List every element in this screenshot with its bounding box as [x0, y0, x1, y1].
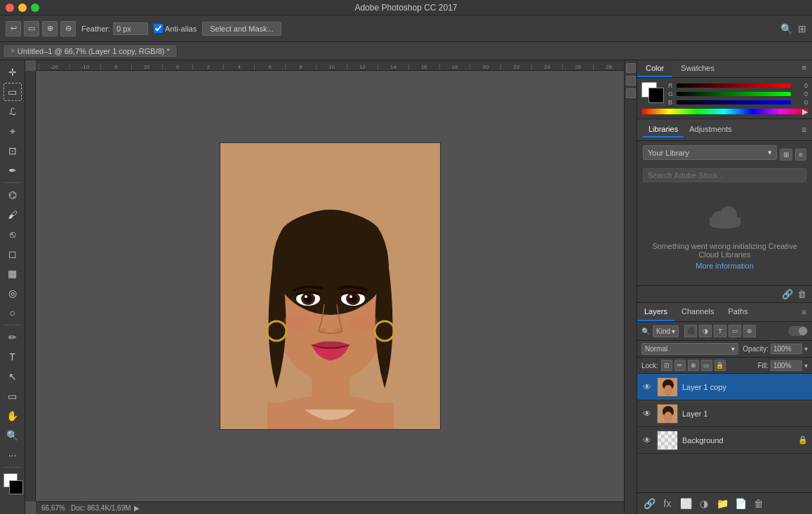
opacity-input[interactable]: [771, 344, 802, 354]
anti-alias-checkbox[interactable]: Anti-alias: [154, 24, 197, 33]
layer-item-background[interactable]: 👁: [637, 427, 812, 454]
canvas-viewport[interactable]: [36, 71, 624, 501]
kind-dropdown[interactable]: Kind ▾: [653, 325, 679, 337]
healing-tool[interactable]: ⌬: [4, 186, 22, 204]
toolbar-icon-4[interactable]: ⊖: [60, 21, 76, 36]
hand-tool[interactable]: ✋: [4, 407, 22, 425]
toolbar-icon-1[interactable]: ↩: [6, 21, 21, 36]
filter-toggle[interactable]: [788, 326, 808, 336]
delete-layer-btn[interactable]: 🗑: [751, 496, 766, 511]
eyedropper-tool[interactable]: ✒: [4, 161, 22, 180]
lock-transparent[interactable]: ⊡: [661, 360, 672, 371]
maximize-button[interactable]: [31, 4, 39, 12]
tab-channels[interactable]: Channels: [674, 303, 721, 321]
toolbar-icon-3[interactable]: ⊕: [42, 21, 58, 36]
layer-item-layer1copy[interactable]: 👁 Layer 1 copy: [637, 374, 812, 400]
libraries-more-info-link[interactable]: More information: [648, 262, 801, 270]
list-view-btn[interactable]: ≡: [795, 149, 806, 161]
add-adjustment-btn[interactable]: ◑: [696, 496, 712, 511]
tab-adjustments[interactable]: Adjustments: [684, 122, 738, 137]
lasso-tool[interactable]: ℒ: [4, 102, 22, 121]
minimize-button[interactable]: [18, 4, 27, 12]
bg-color-swatch[interactable]: [648, 88, 664, 103]
filter-smart[interactable]: ⊕: [743, 325, 756, 337]
panel-toggle-1[interactable]: [626, 63, 636, 73]
dodge-tool[interactable]: ○: [4, 304, 22, 322]
clone-tool[interactable]: ⎋: [4, 225, 22, 243]
tab-swatches[interactable]: Swatches: [672, 60, 723, 77]
tab-libraries[interactable]: Libraries: [643, 122, 684, 137]
layer-visibility-layer1copy[interactable]: 👁: [641, 381, 653, 393]
panel-toggle-3[interactable]: [626, 88, 636, 98]
type-tool[interactable]: T: [4, 348, 22, 366]
lock-position[interactable]: ⊕: [688, 360, 699, 371]
quick-select-tool[interactable]: ⌖: [4, 122, 22, 140]
blur-tool[interactable]: ◎: [4, 284, 22, 302]
layers-menu-btn[interactable]: ≡: [797, 305, 812, 319]
document-tab[interactable]: × Untitled–1 @ 66,7% (Layer 1 copy, RGB/…: [3, 44, 178, 58]
fill-input[interactable]: [771, 360, 802, 371]
lock-image[interactable]: ✏: [674, 360, 686, 371]
tab-layers[interactable]: Layers: [637, 303, 674, 321]
zoom-tool[interactable]: 🔍: [4, 426, 22, 445]
select-and-mask-button[interactable]: Select and Mask...: [202, 22, 281, 36]
link-layers-btn[interactable]: 🔗: [641, 496, 657, 511]
gradient-tool[interactable]: ▦: [4, 264, 22, 283]
layer-visibility-background[interactable]: 👁: [641, 435, 653, 446]
toolbar-right: 🔍 ⊞: [780, 23, 806, 34]
svg-rect-34: [672, 431, 675, 435]
background-color[interactable]: [9, 480, 23, 494]
tab-paths[interactable]: Paths: [721, 303, 755, 321]
canvas-image[interactable]: [220, 142, 441, 430]
libraries-menu-btn[interactable]: ≡: [801, 125, 806, 135]
lock-all[interactable]: 🔒: [714, 360, 726, 371]
path-select-tool[interactable]: ↖: [4, 367, 22, 386]
tab-close[interactable]: ×: [11, 47, 15, 55]
libraries-link-icon[interactable]: 🔗: [782, 289, 793, 299]
opacity-section: Opacity: ▾: [743, 344, 808, 354]
libraries-error: Something went wrong initializing Creati…: [643, 191, 806, 281]
layer-item-layer1[interactable]: 👁 Layer 1: [637, 400, 812, 427]
tab-color[interactable]: Color: [637, 60, 672, 77]
new-layer-btn[interactable]: 📄: [733, 496, 748, 511]
libraries-dropdown[interactable]: Your Library ▾: [643, 145, 777, 160]
status-arrow[interactable]: ▶: [134, 504, 140, 512]
b-slider[interactable]: [677, 100, 791, 104]
libraries-search-input[interactable]: [643, 168, 806, 182]
filter-shape[interactable]: ▭: [728, 325, 741, 337]
blend-mode-dropdown[interactable]: Normal ▾: [641, 343, 738, 355]
feather-input[interactable]: [113, 22, 148, 35]
add-group-btn[interactable]: 📁: [714, 496, 730, 511]
window-controls[interactable]: [6, 4, 39, 12]
brush-tool[interactable]: 🖌: [4, 205, 22, 224]
g-slider[interactable]: [677, 92, 791, 96]
filter-pixel[interactable]: ⬛: [684, 325, 697, 337]
pen-tool[interactable]: ✏: [4, 328, 22, 346]
layout-icon[interactable]: ⊞: [798, 23, 806, 34]
eraser-tool[interactable]: ◻: [4, 245, 22, 263]
panel-toggle-2[interactable]: [626, 76, 636, 86]
tab-bar: × Untitled–1 @ 66,7% (Layer 1 copy, RGB/…: [0, 42, 812, 60]
filter-type[interactable]: T: [714, 325, 726, 337]
add-style-btn[interactable]: fx: [660, 496, 675, 511]
filter-adjustment[interactable]: ◑: [699, 325, 712, 337]
libraries-trash-icon[interactable]: 🗑: [797, 289, 806, 299]
add-mask-btn[interactable]: ⬜: [678, 496, 693, 511]
more-tools[interactable]: ···: [4, 446, 22, 464]
color-spectrum-bar[interactable]: ▶: [641, 109, 808, 114]
lock-artboard[interactable]: ▭: [701, 360, 712, 371]
search-icon[interactable]: 🔍: [780, 23, 792, 34]
close-button[interactable]: [6, 4, 14, 12]
move-tool[interactable]: ✛: [4, 63, 22, 81]
color-panel-menu[interactable]: ≡: [797, 60, 812, 77]
opacity-chevron[interactable]: ▾: [804, 345, 808, 353]
shape-tool[interactable]: ▭: [4, 387, 22, 405]
toolbar-rect[interactable]: ▭: [24, 21, 39, 36]
marquee-tool[interactable]: ▭: [4, 83, 22, 101]
layer-visibility-layer1[interactable]: 👁: [641, 408, 653, 419]
grid-view-btn[interactable]: ⊞: [780, 149, 792, 161]
crop-tool[interactable]: ⊡: [4, 142, 22, 160]
fill-chevron[interactable]: ▾: [804, 362, 808, 370]
tab-title: Untitled–1 @ 66,7% (Layer 1 copy, RGB/8)…: [18, 47, 170, 55]
r-slider[interactable]: [677, 83, 791, 88]
